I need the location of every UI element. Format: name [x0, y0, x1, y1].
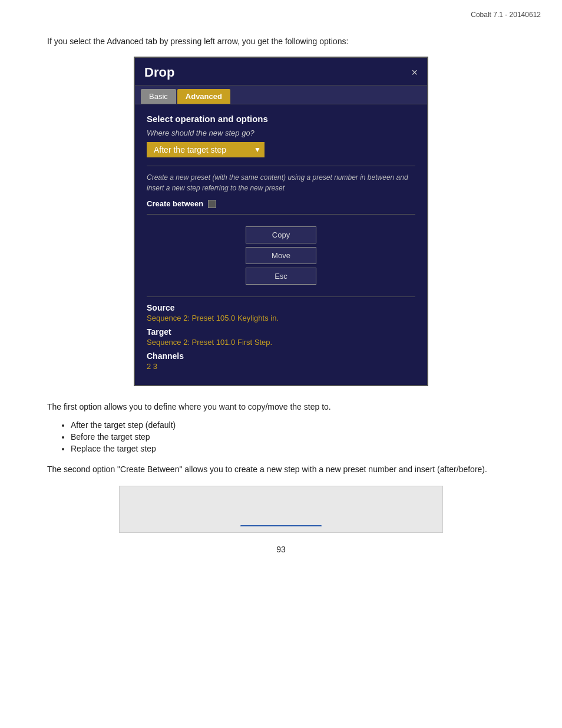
esc-button[interactable]: Esc [246, 268, 316, 285]
source-value: Sequence 2: Preset 105.0 Keylights in. [147, 314, 415, 322]
info-section: Source Sequence 2: Preset 105.0 Keylight… [147, 303, 415, 371]
bullet-2: Before the target step [71, 432, 515, 442]
bullet-list: After the target step (default) Before t… [71, 420, 515, 453]
divider-3 [147, 297, 415, 297]
divider-2 [147, 214, 415, 215]
target-value: Sequence 2: Preset 101.0 First Step. [147, 338, 415, 347]
source-label: Source [147, 303, 415, 312]
channels-label: Channels [147, 351, 415, 361]
dialog-tabs: Basic Advanced [135, 85, 427, 104]
close-button[interactable]: × [411, 67, 418, 78]
divider-1 [147, 166, 415, 166]
dropdown-wrapper[interactable]: After the target step Before the target … [147, 142, 265, 157]
header-title: Cobalt 7.1 - 20140612 [471, 11, 541, 19]
buttons-section: Copy Move Esc [147, 220, 415, 291]
position-dropdown[interactable]: After the target step Before the target … [147, 142, 265, 157]
bottom-link[interactable]: ___________________ [240, 518, 321, 526]
tab-basic[interactable]: Basic [141, 89, 176, 104]
dropdown-row: After the target step Before the target … [147, 142, 415, 157]
bullet-1: After the target step (default) [71, 420, 515, 430]
body-para2: The second option "Create Between" allow… [47, 463, 515, 476]
dialog-body: Select operation and options Where shoul… [135, 104, 427, 385]
page-number: 93 [47, 545, 515, 554]
dialog-titlebar: Drop × [135, 58, 427, 85]
create-between-row: Create between [147, 199, 415, 208]
create-between-checkbox[interactable] [208, 200, 216, 208]
page-header: Cobalt 7.1 - 20140612 [0, 0, 562, 19]
copy-button[interactable]: Copy [246, 226, 316, 243]
section-subtitle: Where should the new step go? [147, 129, 415, 137]
drop-dialog: Drop × Basic Advanced Select operation a… [134, 57, 428, 386]
move-button[interactable]: Move [246, 247, 316, 264]
bullet-3: Replace the target step [71, 444, 515, 453]
create-between-label: Create between [147, 199, 203, 208]
dialog-title: Drop [144, 65, 174, 80]
channels-value: 2 3 [147, 362, 415, 371]
description-text: Create a new preset (with the same conte… [147, 172, 415, 193]
body-para1: The first option allows you to define wh… [47, 400, 515, 413]
bottom-box: ___________________ [119, 486, 443, 533]
target-label: Target [147, 327, 415, 337]
intro-text: If you select the Advanced tab by pressi… [47, 37, 515, 46]
tab-advanced[interactable]: Advanced [177, 89, 230, 104]
section-title: Select operation and options [147, 114, 415, 124]
